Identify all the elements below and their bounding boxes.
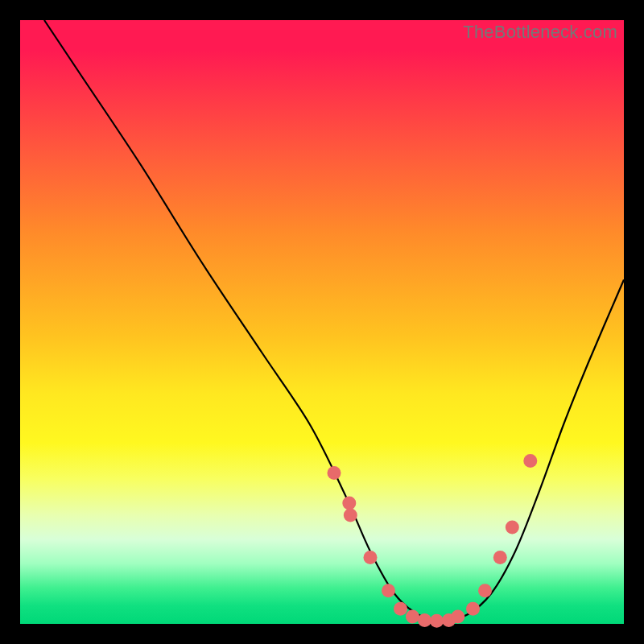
highlight-dot — [342, 497, 356, 510]
highlight-dot — [523, 454, 537, 468]
bottleneck-curve — [44, 20, 624, 621]
highlight-dot — [430, 614, 444, 628]
highlight-dot — [493, 551, 507, 564]
highlight-dot — [478, 584, 492, 597]
highlight-dot — [506, 521, 519, 535]
highlight-dot — [364, 551, 378, 564]
chart-frame: TheBottleneck.com — [20, 20, 624, 624]
highlight-dot — [466, 602, 480, 616]
highlight-dot — [418, 613, 431, 627]
highlight-dots-group — [328, 454, 538, 628]
highlight-dot — [451, 610, 464, 624]
highlight-dot — [328, 466, 341, 480]
highlight-dot — [406, 610, 419, 624]
watermark-label: TheBottleneck.com — [463, 22, 617, 43]
highlight-dot — [394, 602, 407, 616]
chart-svg — [20, 20, 624, 624]
highlight-dot — [382, 584, 395, 597]
highlight-dot — [344, 509, 357, 522]
